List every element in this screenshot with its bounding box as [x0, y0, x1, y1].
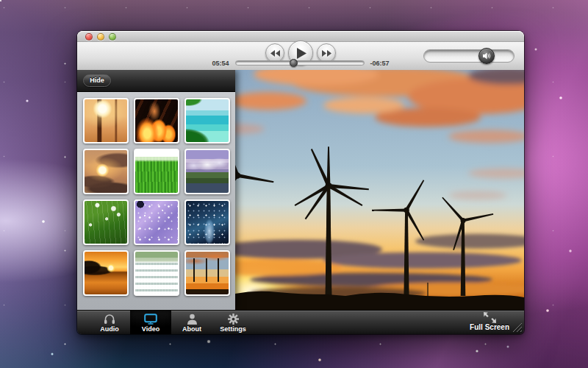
thumbnail-grid [77, 92, 235, 310]
fullscreen-button[interactable]: Full Screen [470, 312, 509, 331]
person-icon [187, 313, 198, 325]
content-area: Hide [77, 70, 524, 310]
thumbnail-autumn-trees[interactable] [83, 98, 129, 144]
tab-settings-label: Settings [220, 325, 246, 333]
remaining-time: -06:57 [370, 60, 390, 67]
close-button[interactable] [85, 33, 93, 40]
thumbnail-sunset-clouds[interactable] [83, 149, 129, 194]
tab-video[interactable]: Video [130, 311, 171, 334]
wind-turbines-video-frame [235, 70, 524, 310]
thumbnail-starry-sky[interactable] [184, 199, 230, 245]
window-chrome: 05:54 -06:57 [77, 31, 524, 70]
timeline-thumb[interactable] [290, 59, 298, 67]
video-surface[interactable] [235, 70, 524, 310]
wallpaper-bright-stars [0, 0, 1, 1]
thumbnail-tropical-beach[interactable] [184, 98, 230, 144]
display-icon [144, 313, 157, 325]
thumbnail-wind-turbines[interactable] [184, 250, 230, 296]
rewind-icon [270, 50, 280, 57]
tab-video-label: Video [142, 325, 159, 333]
play-icon [297, 48, 306, 59]
tab-settings[interactable]: Settings [212, 311, 254, 334]
thumbnail-fireplace[interactable] [134, 98, 179, 144]
thumbnail-green-grass[interactable] [134, 149, 179, 194]
thumbnail-waterfall[interactable] [134, 250, 179, 296]
timeline: 05:54 -06:57 [77, 58, 524, 68]
minimize-button[interactable] [97, 33, 104, 40]
tab-audio-label: Audio [100, 325, 119, 333]
elapsed-time: 05:54 [212, 60, 229, 67]
playlist-sidebar: Hide [77, 70, 235, 310]
tab-bar: Audio Video About [89, 311, 254, 334]
zoom-button[interactable] [109, 33, 116, 40]
traffic-lights [85, 33, 116, 40]
thumbnail-purple-sparkles[interactable] [134, 199, 179, 245]
thumbnail-forest-flowers[interactable] [83, 199, 129, 245]
fullscreen-arrows-icon [482, 312, 497, 323]
tab-about-label: About [182, 325, 201, 333]
tab-about[interactable]: About [171, 311, 212, 334]
hide-sidebar-button[interactable]: Hide [83, 74, 111, 87]
media-player-window: 05:54 -06:57 [77, 31, 524, 334]
headphones-icon [104, 313, 115, 325]
sidebar-header: Hide [77, 70, 235, 92]
thumbnail-mountain-lake[interactable] [184, 149, 230, 194]
fullscreen-label: Full Screen [470, 323, 509, 331]
thumbnail-sunset-lake[interactable] [83, 250, 129, 296]
tab-audio[interactable]: Audio [89, 311, 130, 334]
bottom-toolbar: Audio Video About [77, 310, 524, 334]
fast-forward-icon [322, 50, 331, 57]
gear-icon [228, 313, 239, 325]
resize-grip[interactable] [510, 320, 523, 333]
timeline-track[interactable] [235, 60, 365, 66]
